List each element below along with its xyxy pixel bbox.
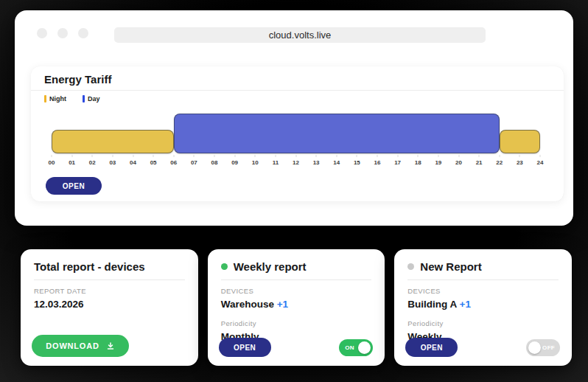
- periodicity-label: Periodicity: [221, 319, 372, 327]
- weekly-report-card: Weekly report DEVICES Warehouse +1 Perio…: [208, 249, 385, 366]
- total-report-card: Total report - devices REPORT DATE 12.03…: [21, 249, 198, 366]
- axis-tick-label: 00: [49, 159, 55, 166]
- axis-tickmark: [71, 155, 72, 157]
- axis-tickmark: [357, 155, 357, 157]
- window-control-dot[interactable]: [78, 28, 88, 38]
- report-toggle-on[interactable]: ON: [339, 339, 373, 356]
- axis-tick-label: 04: [130, 159, 136, 166]
- axis-tick-label: 14: [333, 159, 340, 166]
- legend-label: Day: [88, 95, 100, 103]
- tariff-chart: 0001020304050607080910111213141516171819…: [52, 114, 540, 168]
- axis-tickmark: [316, 155, 317, 157]
- tariff-bar-night-0: [52, 130, 174, 153]
- axis-tick-label: 01: [69, 159, 75, 166]
- card-title: Weekly report: [234, 260, 307, 273]
- tariff-bar-day-6: [174, 114, 500, 153]
- axis-tickmark: [377, 155, 378, 157]
- axis-tick-label: 18: [415, 159, 421, 166]
- axis-tick-label: 03: [109, 159, 116, 166]
- axis-tick-label: 12: [293, 159, 299, 166]
- status-dot: [221, 263, 228, 270]
- window-controls: [37, 28, 88, 38]
- energy-open-button[interactable]: OPEN: [46, 177, 102, 195]
- open-report-button[interactable]: OPEN: [219, 338, 271, 357]
- axis-tick-label: 21: [476, 159, 483, 166]
- axis-tickmark: [153, 155, 154, 157]
- card-title: Total report - devices: [34, 260, 145, 273]
- axis-tickmark: [418, 155, 419, 157]
- axis-tick-label: 20: [455, 159, 462, 166]
- window-control-dot[interactable]: [57, 28, 68, 38]
- axis-tick-label: 10: [252, 159, 259, 166]
- chart-axis: 0001020304050607080910111213141516171819…: [52, 155, 540, 168]
- devices-value: Building A +1: [407, 299, 559, 310]
- new-report-card: New Report DEVICES Building A +1 Periodi…: [394, 249, 572, 366]
- axis-tickmark: [255, 155, 256, 157]
- devices-more-link[interactable]: +1: [277, 299, 288, 310]
- legend-item-night: Night: [44, 95, 66, 103]
- reports-row: Total report - devices REPORT DATE 12.03…: [21, 249, 572, 366]
- chart-legend: NightDay: [44, 95, 100, 103]
- devices-label: DEVICES: [407, 287, 559, 295]
- axis-tickmark: [173, 155, 174, 157]
- axis-tick-label: 23: [517, 159, 523, 166]
- axis-tick-label: 22: [496, 159, 503, 166]
- axis-tickmark: [458, 155, 459, 157]
- tariff-bar-night-22: [500, 130, 540, 153]
- axis-tickmark: [133, 155, 133, 157]
- devices-name: Warehouse: [221, 299, 274, 310]
- browser-window: cloud.volts.live Energy Tariff NightDay …: [15, 10, 573, 226]
- axis-tick-label: 11: [273, 159, 279, 166]
- axis-tickmark: [234, 155, 235, 157]
- report-date-value: 12.03.2026: [34, 299, 185, 310]
- axis-tickmark: [397, 155, 398, 157]
- toggle-knob: [528, 341, 541, 354]
- address-bar[interactable]: cloud.volts.live: [114, 27, 486, 43]
- download-button[interactable]: DOWNLOAD: [32, 335, 129, 357]
- url-text: cloud.volts.live: [269, 29, 332, 41]
- axis-tick-label: 17: [394, 159, 401, 166]
- axis-tick-label: 08: [211, 159, 218, 166]
- axis-tick-label: 02: [89, 159, 96, 166]
- axis-tickmark: [214, 155, 215, 157]
- devices-more-link[interactable]: +1: [460, 299, 471, 310]
- toggle-label: OFF: [542, 344, 555, 351]
- download-icon: [106, 341, 115, 350]
- axis-tickmark: [519, 155, 520, 157]
- toggle-label: ON: [345, 344, 354, 351]
- open-report-button[interactable]: OPEN: [405, 338, 458, 357]
- periodicity-label: Periodicity: [407, 319, 559, 327]
- legend-marker: [83, 95, 85, 103]
- devices-name: Building A: [407, 299, 457, 310]
- energy-card-title: Energy Tariff: [44, 73, 111, 86]
- axis-tickmark: [92, 155, 93, 157]
- axis-tick-label: 24: [537, 159, 544, 166]
- axis-tickmark: [295, 155, 296, 157]
- devices-label: DEVICES: [221, 287, 372, 295]
- axis-tickmark: [52, 155, 52, 157]
- status-dot: [407, 263, 414, 270]
- axis-tick-label: 15: [354, 159, 360, 166]
- axis-tickmark: [112, 155, 113, 157]
- legend-marker: [44, 95, 46, 103]
- window-control-dot[interactable]: [37, 28, 47, 38]
- axis-tick-label: 05: [150, 159, 157, 166]
- axis-tick-label: 06: [170, 159, 177, 166]
- axis-tickmark: [438, 155, 438, 157]
- devices-value: Warehouse +1: [221, 299, 372, 310]
- axis-tick-label: 19: [435, 159, 441, 166]
- axis-tick-label: 09: [231, 159, 238, 166]
- divider: [31, 90, 564, 91]
- axis-tick-label: 16: [374, 159, 381, 166]
- axis-tickmark: [499, 155, 500, 157]
- axis-tickmark: [540, 155, 541, 157]
- legend-item-day: Day: [83, 95, 100, 103]
- axis-tickmark: [275, 155, 276, 157]
- card-title: New Report: [420, 260, 481, 273]
- axis-tickmark: [194, 155, 195, 157]
- axis-tickmark: [479, 155, 480, 157]
- report-toggle-off[interactable]: OFF: [526, 339, 560, 356]
- energy-tariff-card: Energy Tariff NightDay 00010203040506070…: [31, 66, 564, 201]
- legend-label: Night: [49, 95, 66, 103]
- report-date-label: REPORT DATE: [34, 287, 185, 295]
